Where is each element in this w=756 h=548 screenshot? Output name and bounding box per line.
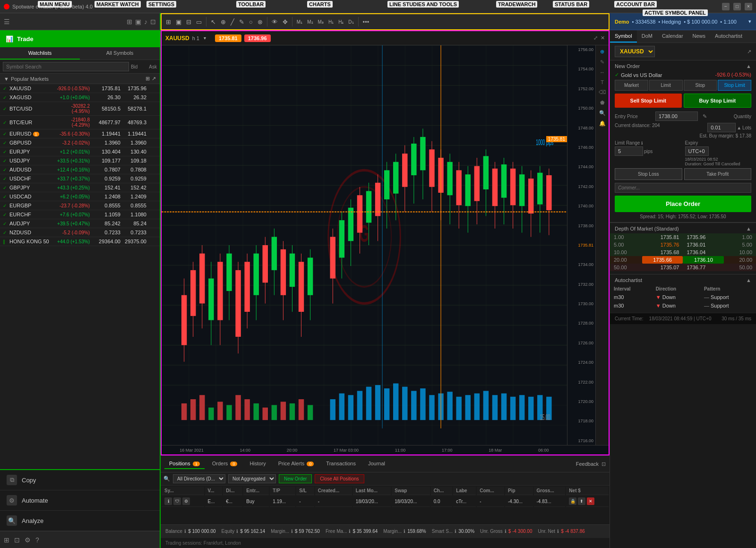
frame-icon[interactable]: ▣ — [174, 17, 183, 26]
more-icon[interactable]: ••• — [361, 17, 371, 26]
list-item[interactable]: ✓ GBPJPY +43.3 (+0.25%) 152.41 152.42 — [0, 183, 160, 192]
settings-icon[interactable]: ⊡ — [150, 18, 156, 26]
tab-news[interactable]: News — [688, 30, 711, 43]
list-item[interactable]: ✓ EURJPY +1.2 (+0.01%) 130.404 130.40 — [0, 147, 160, 156]
grid-toolbar-icon[interactable]: ⊞ — [164, 17, 172, 26]
rect-icon[interactable]: ▭ — [195, 17, 203, 26]
chart-expand-icon[interactable]: ⤢ — [593, 35, 598, 41]
minimize-btn[interactable]: − — [722, 3, 730, 10]
copy-item[interactable]: ⧉ Copy — [0, 470, 160, 490]
feedback-btn[interactable]: Feedback — [576, 461, 599, 467]
chart-close-icon[interactable]: ✕ — [601, 35, 605, 41]
table-icon[interactable]: ⊟ — [185, 17, 193, 26]
expand-icon[interactable]: ↗ — [152, 76, 156, 82]
tab-positions[interactable]: Positions 1 — [164, 459, 205, 469]
d1-icon[interactable]: D₁ — [347, 18, 355, 26]
tab-all-symbols[interactable]: All Symbols — [80, 47, 160, 60]
gear-icon[interactable]: ⚙ — [25, 536, 31, 544]
stop-loss-btn[interactable]: Stop Loss — [615, 168, 682, 180]
crosshair-rt-icon[interactable]: ⊕ — [599, 47, 606, 56]
lock-icon[interactable]: 🔒 — [569, 497, 576, 505]
entry-price-input[interactable] — [655, 111, 698, 121]
entry-price-edit-icon[interactable]: ✎ — [701, 113, 709, 120]
tab-transactions[interactable]: Transactions — [321, 459, 361, 469]
sell-stop-limit-btn[interactable]: Sell Stop Limit — [615, 94, 682, 108]
limit-range-input[interactable] — [615, 146, 643, 156]
list-item[interactable]: ✓ NZDUSD -5.2 (-0.09%) 0.7233 0.7233 — [0, 228, 160, 237]
collapse-icon[interactable]: ▼ — [4, 76, 9, 82]
automate-item[interactable]: ⚙ Automate — [0, 490, 160, 511]
list-item[interactable]: ✓ XAUUSD -926.0 (-0.53%) 1735.81 1735.96 — [0, 84, 160, 93]
maximize-btn[interactable]: □ — [733, 3, 741, 10]
up-icon[interactable]: ⬆ — [578, 497, 585, 505]
list-item[interactable]: ✓ EURCHF +7.6 (+0.07%) 1.1059 1.1080 — [0, 210, 160, 219]
chart-icon[interactable]: ⊞ — [127, 18, 132, 26]
m3-icon[interactable]: M₃ — [317, 18, 325, 26]
magnet-icon[interactable]: ⊗ — [256, 17, 264, 26]
grid-icon[interactable]: ⊞ — [146, 76, 150, 82]
list-item[interactable]: ✓ XAGUSD +1.0 (+0.04%) 26.30 26.32 — [0, 93, 160, 102]
shapes-rt-icon[interactable]: ⬟ — [599, 98, 606, 107]
expiry-timezone-input[interactable] — [685, 146, 709, 156]
m1-icon[interactable]: M₁ — [295, 18, 304, 26]
help-icon[interactable]: ? — [35, 536, 39, 544]
zoom-rt-icon[interactable]: 🔍 — [598, 109, 607, 118]
list-item[interactable]: ✓ EURGBP -23.7 (-0.28%) 0.8555 0.8555 — [0, 201, 160, 210]
list-item[interactable]: ✓ BTC/USD -30282.2 (-4.95%) 58150.5 5827… — [0, 102, 160, 116]
close-btn[interactable]: × — [745, 3, 752, 10]
list-item[interactable]: ✓ USDJPY +33.5 (+0.31%) 109.177 109.18 — [0, 156, 160, 165]
hamburger-icon[interactable]: ☰ — [4, 18, 10, 26]
symbol-select[interactable]: XAUUSD — [615, 46, 655, 57]
stop-btn[interactable]: Stop — [684, 80, 717, 91]
home-icon[interactable]: ⊞ — [4, 536, 9, 544]
bell-rt-icon[interactable]: 🔔 — [598, 119, 607, 128]
tab-history[interactable]: History — [245, 459, 270, 469]
symbol-search-input[interactable] — [3, 62, 129, 71]
market-btn[interactable]: Market — [615, 80, 648, 91]
aggregation-filter[interactable]: Not Aggregated — [228, 474, 276, 483]
settings-icon-pos[interactable]: ⚙ — [182, 497, 190, 505]
info-icon[interactable]: ℹ — [164, 497, 172, 505]
list-item[interactable]: ∥ HONG KONG 50 +44.0 (+1.53%) 29364.00 2… — [0, 237, 160, 246]
list-item[interactable]: ✓ USDCHF +33.7 (+0.37%) 0.9259 0.9259 — [0, 174, 160, 183]
chart-footer-icon[interactable]: ⊡ — [14, 536, 20, 544]
take-profit-btn[interactable]: Take Profit — [684, 168, 752, 180]
tab-autochartist[interactable]: Autochartist — [710, 30, 747, 43]
eye-icon[interactable]: 👁 — [270, 17, 279, 26]
line-icon[interactable]: ╱ — [229, 17, 236, 26]
crosshair-icon[interactable]: ⊕ — [219, 17, 227, 26]
quantity-up-icon[interactable]: ▲ — [737, 125, 741, 130]
list-item[interactable]: ✓ GBPUSD -3.2 (-0.02%) 1.3960 1.3960 — [0, 138, 160, 147]
direction-filter[interactable]: All Directions (D... — [173, 474, 225, 483]
tab-price-alerts[interactable]: Price Alerts 0 — [274, 459, 319, 469]
comment-input[interactable] — [615, 183, 751, 193]
h4-icon[interactable]: H₄ — [337, 18, 345, 26]
analyze-item[interactable]: 🔍 Analyze — [0, 511, 160, 531]
chart-canvas[interactable]: G — [162, 45, 567, 445]
stop-limit-btn[interactable]: Stop Limit — [718, 80, 751, 91]
tab-symbol[interactable]: Symbol — [610, 30, 637, 43]
circle-icon[interactable]: ○ — [248, 17, 254, 26]
tab-orders[interactable]: Orders 0 — [207, 459, 242, 469]
new-order-collapse-icon[interactable]: ▲ — [746, 63, 751, 69]
dom-collapse-icon[interactable]: ▲ — [746, 226, 751, 231]
volume-icon[interactable]: ♪ — [144, 18, 147, 26]
list-item[interactable]: ✓ AUDUSD +12.4 (+0.16%) 0.7807 0.7808 — [0, 165, 160, 174]
tab-journal[interactable]: Journal — [363, 459, 390, 469]
list-item[interactable]: ✓ USDCAD +6.2 (+0.05%) 1.2408 1.2409 — [0, 192, 160, 201]
m2-icon[interactable]: M₂ — [306, 18, 314, 26]
list-item[interactable]: ✓ AUDJPY +39.5 (+0.47%) 85.242 85.24 — [0, 219, 160, 228]
list-item[interactable]: ✓ BTC/EUR -21840.8 (-4.29%) 48677.97 487… — [0, 116, 160, 129]
close-all-btn[interactable]: Close All Positions — [315, 474, 364, 483]
pencil-icon[interactable]: ✎ — [238, 17, 246, 26]
shield-icon-pos[interactable]: 🛡 — [173, 497, 181, 505]
eraser-rt-icon[interactable]: ⌫ — [597, 88, 608, 97]
new-order-btn[interactable]: New Order — [279, 474, 312, 483]
list-item[interactable]: ✓ EURUSD 1 -35.6 (-0.30%) 1.19441 1.1944… — [0, 129, 160, 138]
feedback-icon[interactable]: ⊡ — [601, 461, 606, 467]
symbol-expand-icon[interactable]: ↗ — [747, 49, 751, 55]
tab-calendar[interactable]: Calendar — [657, 30, 688, 43]
buy-stop-limit-btn[interactable]: Buy Stop Limit — [684, 94, 752, 108]
cursor-icon[interactable]: ↖ — [209, 17, 217, 26]
place-order-btn[interactable]: Place Order — [615, 196, 751, 212]
